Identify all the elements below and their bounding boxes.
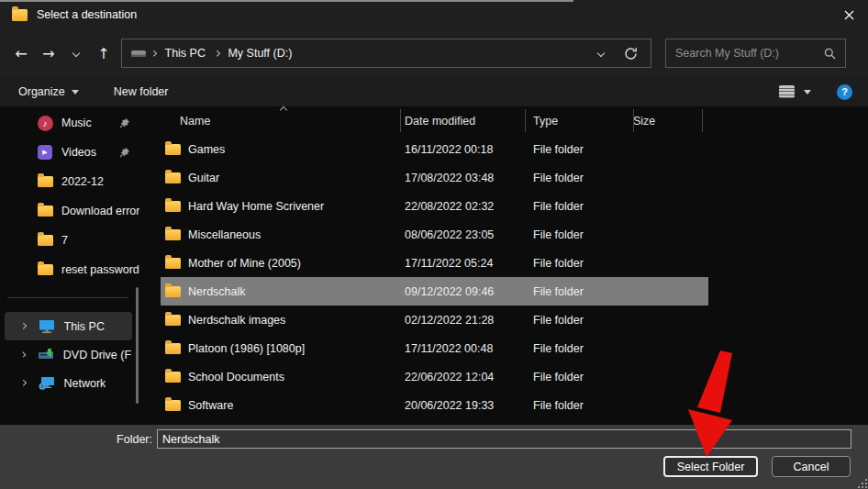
file-name: Nerdschalk images (188, 314, 285, 327)
sidebar-item-label: Network (64, 377, 106, 390)
file-row[interactable]: Software 20/06/2022 19:33 File folder (161, 391, 708, 419)
breadcrumb-this-pc[interactable]: This PC (161, 47, 209, 60)
back-button[interactable]: ← (7, 39, 35, 68)
folder-icon (165, 315, 181, 326)
new-folder-button[interactable]: New folder (114, 85, 169, 98)
search-input[interactable]: Search My Stuff (D:) (665, 39, 846, 68)
folder-icon (165, 372, 181, 383)
file-row[interactable]: School Documents 22/06/2022 12:04 File f… (161, 362, 708, 391)
file-row[interactable]: Nerdschalk images 02/12/2022 21:28 File … (161, 306, 708, 334)
sidebar-item-label: 2022-12 (61, 175, 104, 188)
help-button[interactable]: ? (837, 84, 852, 100)
cancel-label: Cancel (794, 461, 829, 473)
file-date-modified: 17/08/2022 03:48 (395, 172, 520, 184)
column-label: Name (180, 115, 210, 128)
column-separator[interactable] (400, 109, 401, 132)
address-dropdown-icon[interactable] (597, 50, 605, 57)
folder-icon (165, 229, 181, 240)
sidebar-quick-item[interactable]: ▶ Videos (0, 138, 156, 167)
file-type: File folder (520, 200, 629, 213)
window-top-edge (0, 0, 573, 2)
sidebar-quick-item[interactable]: reset password c (0, 255, 156, 284)
folder-icon (165, 343, 181, 354)
forward-icon: → (42, 45, 54, 62)
column-separator[interactable] (525, 109, 526, 132)
folder-icon (37, 261, 53, 278)
organize-button[interactable]: Organize (18, 85, 79, 98)
resize-grip-icon[interactable] (857, 478, 867, 488)
folder-icon (165, 172, 181, 183)
file-date-modified: 08/06/2022 23:05 (395, 228, 520, 241)
file-type: File folder (520, 257, 629, 270)
file-name: Games (188, 143, 225, 156)
close-button[interactable] (829, 0, 868, 29)
details-view-icon[interactable] (779, 85, 795, 98)
folder-name-label: Folder: (0, 433, 152, 446)
sidebar-quick-item[interactable]: Download error (0, 196, 156, 226)
sidebar-quick-item[interactable]: 2022-12 (0, 167, 156, 196)
file-row[interactable]: Platoon (1986) [1080p] 17/11/2022 00:48 … (161, 334, 708, 362)
refresh-icon[interactable] (624, 47, 638, 61)
file-row[interactable]: Mother of Mine (2005) 17/11/2022 05:24 F… (161, 249, 708, 277)
column-separator[interactable] (702, 109, 703, 132)
file-date-modified: 17/11/2022 00:48 (395, 342, 520, 355)
expand-chevron-icon[interactable] (20, 323, 26, 328)
expand-chevron-icon[interactable] (20, 380, 26, 385)
column-header-name[interactable]: Name (161, 106, 395, 135)
organize-label: Organize (18, 85, 65, 98)
sidebar-quick-item[interactable]: 7 (0, 226, 156, 255)
main-area: ♪ Music ▶ Videos 2022-12 Download error … (0, 106, 868, 424)
file-row[interactable]: Nerdschalk 09/12/2022 09:46 File folder (161, 277, 708, 306)
folder-name-input[interactable] (157, 429, 851, 449)
navigation-pane: ♪ Music ▶ Videos 2022-12 Download error … (0, 106, 156, 424)
folder-icon (165, 201, 181, 212)
file-date-modified: 02/12/2022 21:28 (395, 314, 520, 327)
search-placeholder: Search My Stuff (D:) (675, 47, 824, 60)
expand-chevron-icon[interactable] (20, 352, 26, 358)
file-type: File folder (520, 371, 629, 383)
file-date-modified: 22/06/2022 12:04 (395, 371, 520, 383)
address-bar[interactable]: This PC My Stuff (D:) (121, 39, 651, 68)
title-bar: Select a destination (0, 0, 868, 29)
breadcrumb-my-stuff[interactable]: My Stuff (D:) (224, 47, 295, 60)
file-row[interactable]: Games 16/11/2022 00:18 File folder (161, 135, 708, 163)
column-label: Date modified (405, 115, 475, 128)
column-header-date-modified[interactable]: Date modified (395, 106, 520, 135)
file-date-modified: 17/11/2022 05:24 (395, 257, 520, 270)
sidebar-tree-item[interactable]: DVD Drive (F:) C (5, 340, 132, 369)
folder-icon (165, 258, 181, 269)
file-name: Software (188, 399, 233, 412)
file-name: School Documents (188, 371, 284, 383)
file-type: File folder (520, 285, 629, 298)
column-separator[interactable] (633, 109, 634, 132)
column-header-type[interactable]: Type (520, 106, 629, 135)
folder-icon (165, 144, 181, 155)
breadcrumb-separator-icon (150, 50, 156, 56)
file-row[interactable]: Guitar 17/08/2022 03:48 File folder (161, 163, 708, 192)
pin-icon (119, 117, 130, 131)
file-row[interactable]: Miscellaneous 08/06/2022 23:05 File fold… (161, 220, 708, 249)
drive-icon (131, 50, 146, 57)
sidebar-scrollbar[interactable] (136, 287, 139, 404)
sidebar-tree-item[interactable]: This PC (5, 312, 132, 340)
sidebar-tree-item[interactable]: Network (5, 369, 132, 397)
sidebar-quick-item[interactable]: ♪ Music (0, 108, 156, 138)
file-row[interactable]: Hard Way Home Scrivener 22/08/2022 02:32… (161, 192, 708, 220)
dropdown-caret-icon (72, 90, 79, 94)
videos-icon: ▶ (37, 144, 53, 161)
forward-button[interactable]: → (35, 39, 62, 68)
view-dropdown-caret-icon[interactable] (804, 90, 811, 94)
sidebar-item-label: reset password c (61, 263, 140, 276)
column-header-size[interactable]: Size (629, 106, 697, 135)
pin-icon (119, 147, 130, 161)
folder-icon (165, 400, 181, 411)
file-date-modified: 20/06/2022 19:33 (395, 399, 520, 412)
up-button[interactable]: ↑ (90, 39, 117, 68)
cancel-button[interactable]: Cancel (772, 456, 851, 477)
file-name: Miscellaneous (188, 228, 261, 241)
command-toolbar: Organize New folder ? (0, 77, 868, 106)
file-type: File folder (520, 228, 629, 241)
column-label: Size (633, 115, 655, 128)
recent-locations-button[interactable] (62, 39, 90, 68)
select-folder-button[interactable]: Select Folder (663, 456, 758, 477)
